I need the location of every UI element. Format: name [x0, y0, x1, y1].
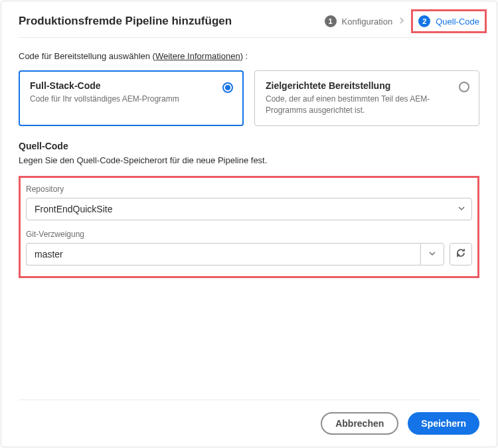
- repository-label: Repository: [26, 185, 472, 194]
- wizard-stepper: 1 Konfiguration 2 Quell-Code: [325, 15, 479, 27]
- chevron-right-icon: [399, 17, 404, 26]
- repository-value: FrontEndQuickSite: [35, 204, 113, 214]
- refresh-button[interactable]: [450, 243, 472, 265]
- option-description: Code für Ihr vollständiges AEM-Programm: [30, 94, 216, 105]
- highlight-box-source: Repository FrontEndQuickSite Git-Verzwei…: [19, 176, 479, 278]
- option-title: Zielgerichtete Bereitstellung: [266, 80, 452, 91]
- option-targeted-deployment[interactable]: Zielgerichtete Bereitstellung Code, der …: [254, 70, 479, 126]
- dialog-footer: Abbrechen Speichern: [19, 400, 479, 435]
- step-number-badge: 2: [418, 15, 430, 27]
- step-configuration[interactable]: 1 Konfiguration: [325, 15, 393, 27]
- code-select-intro: Code für Bereitstellung auswählen (Weite…: [19, 51, 479, 61]
- refresh-icon: [456, 248, 466, 260]
- highlight-box-step: 2 Quell-Code: [411, 9, 487, 33]
- dialog-header: Produktionsfremde Pipeline hinzufügen 1 …: [19, 15, 479, 38]
- option-full-stack-code[interactable]: Full-Stack-Code Code für Ihr vollständig…: [19, 70, 244, 126]
- source-code-subheading: Legen Sie den Quell-Code-Speicherort für…: [19, 155, 479, 165]
- chevron-down-icon: [428, 249, 436, 260]
- git-branch-label: Git-Verzweigung: [26, 230, 472, 239]
- step-source-code[interactable]: 2 Quell-Code: [418, 15, 479, 27]
- save-button[interactable]: Speichern: [408, 412, 479, 435]
- git-branch-dropdown-button[interactable]: [420, 243, 444, 265]
- code-type-options: Full-Stack-Code Code für Ihr vollständig…: [19, 70, 479, 126]
- option-description: Code, der auf einen bestimmten Teil des …: [266, 94, 452, 116]
- git-branch-input[interactable]: [26, 243, 420, 265]
- repository-select-wrap: FrontEndQuickSite: [26, 198, 472, 220]
- dialog-title: Produktionsfremde Pipeline hinzufügen: [19, 15, 232, 28]
- source-code-heading: Quell-Code: [19, 141, 479, 151]
- radio-icon: [459, 82, 469, 92]
- cancel-button[interactable]: Abbrechen: [321, 412, 398, 435]
- radio-icon: [222, 82, 233, 93]
- option-title: Full-Stack-Code: [30, 80, 216, 91]
- git-branch-combobox: [26, 243, 444, 265]
- step-number-badge: 1: [325, 15, 337, 27]
- step-label: Quell-Code: [436, 17, 479, 27]
- add-pipeline-dialog: Produktionsfremde Pipeline hinzufügen 1 …: [1, 1, 497, 447]
- repository-select[interactable]: FrontEndQuickSite: [26, 198, 472, 220]
- git-branch-row: [26, 243, 472, 265]
- step-label: Konfiguration: [342, 17, 393, 27]
- more-info-link[interactable]: Weitere Informationen: [155, 51, 240, 61]
